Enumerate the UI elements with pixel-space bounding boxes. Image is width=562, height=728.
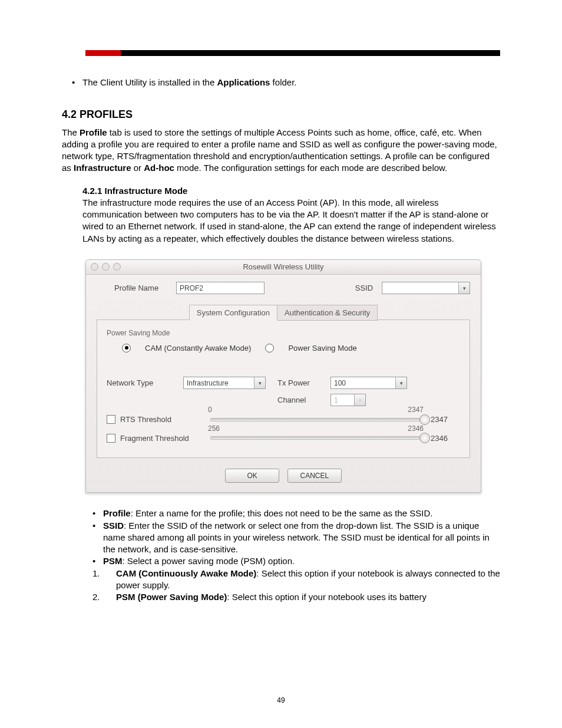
fragment-threshold-label: Fragment Threshold	[120, 433, 206, 444]
slider-thumb-icon[interactable]	[419, 433, 430, 443]
term: Profile	[103, 508, 131, 518]
channel-row: Channel 1	[107, 394, 460, 406]
channel-combo: 1	[330, 394, 366, 406]
subsection: 4.2.1 Infrastructure Mode The infrastruc…	[82, 185, 500, 245]
rts-max: 2347	[408, 405, 424, 414]
desc-bullet-psm: PSM: Select a power saving mode (PSM) op…	[103, 555, 500, 567]
ssid-combo[interactable]	[382, 282, 470, 294]
ok-button[interactable]: OK	[225, 469, 279, 483]
page-number: 49	[0, 696, 562, 704]
rts-min: 0	[208, 405, 212, 414]
chevron-down-icon[interactable]	[458, 282, 470, 294]
desc-numitem-psm: 2. PSM (Power Saving Mode): Select this …	[103, 591, 500, 603]
rts-threshold-label: RTS Threshold	[120, 414, 206, 425]
text-bold: Applications	[217, 77, 270, 87]
text: or	[131, 163, 144, 173]
term: SSID	[103, 521, 124, 531]
subsection-heading: 4.2.1 Infrastructure Mode	[82, 185, 500, 197]
rts-slider[interactable]	[210, 418, 426, 421]
cancel-button[interactable]: CANCEL	[287, 469, 342, 483]
tab-bar: System Configuration Authentication & Se…	[97, 305, 470, 321]
document-page: The Client Utility is installed in the A…	[0, 0, 562, 728]
window-titlebar: Rosewill Wireless Utility	[86, 260, 481, 275]
zoom-icon[interactable]	[113, 263, 121, 271]
network-type-label: Network Type	[107, 378, 183, 388]
desc: : Select a power saving mode (PSM) optio…	[123, 556, 295, 566]
fragment-slider[interactable]	[210, 436, 426, 440]
profiles-paragraph: The Profile tab is used to store the set…	[62, 127, 500, 174]
text: mode. The configuration settings for eac…	[174, 163, 447, 173]
chevron-down-icon[interactable]	[395, 377, 406, 388]
minimize-icon[interactable]	[102, 263, 110, 271]
embedded-screenshot: Rosewill Wireless Utility Profile Name P…	[85, 259, 500, 493]
rts-value: 2347	[431, 414, 460, 425]
subsection-paragraph: The infrastructure mode requires the use…	[82, 197, 500, 245]
text-bold: Ad-hoc	[144, 163, 174, 173]
frag-max: 2346	[408, 424, 424, 433]
radio-cam[interactable]	[122, 344, 131, 353]
term: PSM	[103, 556, 123, 566]
frag-min: 256	[208, 424, 220, 433]
number: 2.	[92, 591, 110, 603]
text: The	[62, 127, 80, 137]
chevron-down-icon[interactable]	[254, 377, 265, 388]
tab-authentication-security[interactable]: Authentication & Security	[277, 305, 378, 321]
channel-label: Channel	[277, 395, 330, 406]
term: PSM (Power Saving Mode)	[116, 592, 227, 602]
rts-threshold-checkbox[interactable]	[107, 415, 115, 424]
psm-radio-group: CAM (Constantly Awake Mode) Power Saving…	[122, 343, 460, 354]
radio-psm[interactable]	[265, 344, 274, 353]
network-type-value: Infrastructure	[187, 379, 229, 387]
header-bar-accent	[85, 50, 121, 56]
app-window: Rosewill Wireless Utility Profile Name P…	[85, 259, 481, 493]
tab-panel: Power Saving Mode CAM (Constantly Awake …	[97, 320, 470, 458]
window-body: Profile Name PROF2 SSID System Configura…	[86, 275, 481, 493]
network-type-row: Network Type Infrastructure Tx Power 100	[107, 377, 460, 389]
desc-bullet-ssid: SSID: Enter the SSID of the network or s…	[103, 520, 500, 556]
text-bold: Profile	[80, 127, 107, 137]
number: 1.	[92, 568, 110, 579]
dialog-buttons: OK CANCEL	[97, 469, 470, 483]
psm-group-label: Power Saving Mode	[107, 328, 460, 338]
fragment-threshold-row: Fragment Threshold 256 2346 2346	[107, 433, 460, 444]
desc: : Enter a name for the profile; this doe…	[131, 508, 433, 518]
text-bold: Infrastructure	[74, 163, 131, 173]
profile-name-input[interactable]: PROF2	[176, 282, 265, 294]
desc-bullet-profile: Profile: Enter a name for the profile; t…	[103, 508, 500, 519]
profile-row: Profile Name PROF2 SSID	[114, 282, 470, 294]
tab-system-configuration[interactable]: System Configuration	[189, 305, 277, 321]
chevron-down-icon	[354, 394, 365, 406]
profile-name-label: Profile Name	[114, 283, 170, 294]
radio-psm-label: Power Saving Mode	[288, 343, 356, 354]
rts-threshold-row: RTS Threshold 0 2347 2347	[107, 414, 460, 425]
tx-power-combo[interactable]: 100	[330, 377, 407, 389]
close-icon[interactable]	[91, 263, 98, 271]
network-type-combo[interactable]: Infrastructure	[183, 377, 266, 389]
term: CAM (Continuously Awake Mode)	[116, 568, 256, 578]
tx-power-label: Tx Power	[277, 378, 330, 388]
desc: : Enter the SSID of the network or selec…	[103, 521, 490, 555]
ssid-label: SSID	[352, 283, 376, 294]
channel-value: 1	[334, 396, 338, 404]
header-bar	[85, 50, 500, 56]
section-heading: 4.2 PROFILES	[62, 107, 500, 121]
text: folder.	[270, 77, 296, 87]
fragment-threshold-checkbox[interactable]	[107, 434, 115, 443]
window-controls	[91, 263, 121, 271]
desc-numitem-cam: 1. CAM (Continuously Awake Mode): Select…	[103, 568, 500, 592]
intro-bullet: The Client Utility is installed in the A…	[82, 77, 500, 88]
window-title: Rosewill Wireless Utility	[243, 262, 323, 271]
frag-value: 2346	[431, 433, 460, 444]
radio-selected-icon	[125, 346, 128, 350]
tx-power-value: 100	[334, 379, 346, 387]
text: The Client Utility is installed in the	[82, 77, 217, 87]
desc: : Select this option if your notebook us…	[227, 592, 427, 602]
radio-cam-label: CAM (Constantly Awake Mode)	[145, 343, 251, 354]
page-content: The Client Utility is installed in the A…	[62, 77, 500, 603]
